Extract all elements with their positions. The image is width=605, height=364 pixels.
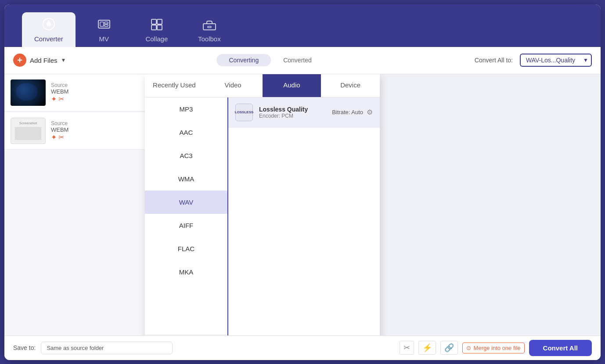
svg-rect-12: [208, 26, 211, 28]
mv-icon: [97, 19, 111, 32]
toolbox-icon: [202, 18, 216, 32]
quality-encoder-lossless: Encoder: PCM: [259, 113, 326, 119]
bottom-bar: Save to: ✂ ⚡ 🔗 ⊙ Merge into one file Con…: [4, 335, 601, 360]
format-list-item-aac[interactable]: AAC: [145, 121, 227, 144]
file-list: Source WEBM ✦ ✂ Screenshot Source WEBM: [4, 74, 145, 335]
link-icon-btn[interactable]: 🔗: [440, 341, 458, 355]
file-actions-2: ✦ ✂: [51, 133, 139, 141]
file-cut-btn-2[interactable]: ✂: [58, 133, 64, 141]
file-item-2[interactable]: Screenshot Source WEBM ✦ ✂: [4, 112, 145, 150]
quality-info-lossless: Lossless Quality Encoder: PCM: [259, 106, 326, 119]
collage-icon: [151, 18, 163, 32]
top-navigation: Converter MV Col: [4, 4, 601, 47]
format-tab-video[interactable]: Video: [204, 74, 263, 97]
converter-icon: [42, 18, 55, 32]
format-tabs: Recently Used Video Audio Device: [145, 74, 380, 97]
merge-btn[interactable]: ⊙ Merge into one file: [462, 342, 525, 353]
file-thumbnail-2: Screenshot: [11, 118, 46, 144]
bitrate-label-lossless: Bitrate: Auto: [332, 109, 363, 115]
format-tab-device[interactable]: Device: [321, 74, 380, 97]
file-star-btn-1[interactable]: ✦: [51, 95, 57, 103]
nav-item-toolbox[interactable]: Toolbox: [185, 13, 234, 47]
file-info-1: Source WEBM ✦ ✂: [51, 82, 139, 103]
quality-item-lossless[interactable]: LOSSLESS Lossless Quality Encoder: PCM B…: [228, 97, 380, 128]
svg-rect-8: [157, 19, 162, 24]
format-list-items: MP3 AAC AC3 WMA WAV AIFF FLAC MKA: [145, 97, 227, 335]
quality-meta-lossless: Bitrate: Auto ⚙: [332, 108, 373, 116]
file-info-2: Source WEBM ✦ ✂: [51, 120, 139, 141]
svg-rect-9: [151, 25, 156, 30]
merge-label: Merge into one file: [474, 345, 521, 351]
toolbar: + Add Files ▼ Converting Converted Conve…: [4, 47, 601, 74]
format-list-item-mp3[interactable]: MP3: [145, 97, 227, 121]
format-list-item-flac[interactable]: FLAC: [145, 237, 227, 260]
conversion-tabs: Converting Converted: [73, 54, 467, 66]
format-list-item-ac3[interactable]: AC3: [145, 144, 227, 167]
merge-icon: ⊙: [466, 345, 471, 351]
convert-all-select[interactable]: WAV-Los...Quality MP3 - High Quality AAC…: [520, 54, 592, 67]
svg-rect-5: [104, 22, 108, 24]
bottom-actions: ✂ ⚡ 🔗 ⊙ Merge into one file Convert All: [400, 340, 592, 356]
add-files-dropdown-arrow: ▼: [61, 57, 66, 63]
converted-tab[interactable]: Converted: [271, 54, 324, 66]
file-actions-1: ✦ ✂: [51, 95, 139, 103]
format-list-item-aiff[interactable]: AIFF: [145, 214, 227, 237]
nav-item-collage[interactable]: Collage: [133, 13, 181, 47]
file-cut-btn-1[interactable]: ✂: [58, 95, 64, 103]
file-item-1[interactable]: Source WEBM ✦ ✂: [4, 74, 145, 112]
cut-icon-btn[interactable]: ✂: [400, 341, 414, 355]
svg-rect-11: [203, 24, 216, 30]
format-picker-panel: Recently Used Video Audio Device MP3 AAC…: [145, 74, 380, 335]
file-source-label-2: Source: [51, 120, 139, 126]
svg-rect-4: [100, 22, 104, 26]
format-search: 🔍: [145, 335, 227, 335]
converter-label: Converter: [34, 35, 63, 43]
svg-rect-7: [151, 19, 156, 24]
format-list: MP3 AAC AC3 WMA WAV AIFF FLAC MKA 🔍: [145, 97, 228, 335]
format-list-item-wav[interactable]: WAV: [145, 191, 227, 214]
convert-all-select-wrapper: WAV-Los...Quality MP3 - High Quality AAC…: [520, 54, 592, 67]
format-list-item-mka[interactable]: MKA: [145, 260, 227, 284]
svg-marker-2: [47, 20, 50, 22]
main-content: Source WEBM ✦ ✂ Screenshot Source WEBM: [4, 74, 601, 335]
speed-icon-btn[interactable]: ⚡: [418, 341, 436, 355]
format-list-wrapper: MP3 AAC AC3 WMA WAV AIFF FLAC MKA 🔍: [145, 97, 227, 335]
convert-all-button[interactable]: Convert All: [529, 340, 592, 356]
svg-rect-6: [104, 25, 108, 26]
mv-label: MV: [99, 35, 109, 43]
svg-point-1: [47, 22, 51, 26]
add-files-label: Add Files: [30, 57, 58, 64]
file-source-label-1: Source: [51, 82, 139, 88]
add-files-button[interactable]: + Add Files ▼: [13, 54, 66, 67]
quality-name-lossless: Lossless Quality: [259, 106, 326, 113]
save-to-label: Save to:: [13, 344, 36, 351]
format-list-item-wma[interactable]: WMA: [145, 167, 227, 191]
file-format-2: WEBM: [51, 126, 139, 133]
nav-item-converter[interactable]: Converter: [22, 12, 76, 47]
save-path-input[interactable]: [41, 342, 173, 354]
file-thumbnail-1: [11, 79, 46, 106]
svg-rect-10: [157, 25, 162, 30]
format-body: MP3 AAC AC3 WMA WAV AIFF FLAC MKA 🔍: [145, 97, 380, 335]
add-icon: +: [13, 54, 26, 67]
settings-icon-lossless[interactable]: ⚙: [367, 108, 373, 116]
file-format-1: WEBM: [51, 88, 139, 95]
quality-panel: LOSSLESS Lossless Quality Encoder: PCM B…: [228, 97, 380, 335]
collage-label: Collage: [145, 35, 168, 43]
format-tab-recently-used[interactable]: Recently Used: [145, 74, 204, 97]
format-tab-audio[interactable]: Audio: [263, 74, 321, 97]
converting-tab[interactable]: Converting: [216, 54, 271, 66]
convert-all-label: Convert All to:: [475, 57, 513, 64]
file-star-btn-2[interactable]: ✦: [51, 133, 57, 141]
quality-icon-lossless: LOSSLESS: [235, 104, 253, 121]
toolbox-label: Toolbox: [198, 35, 221, 43]
nav-item-mv[interactable]: MV: [80, 14, 128, 47]
